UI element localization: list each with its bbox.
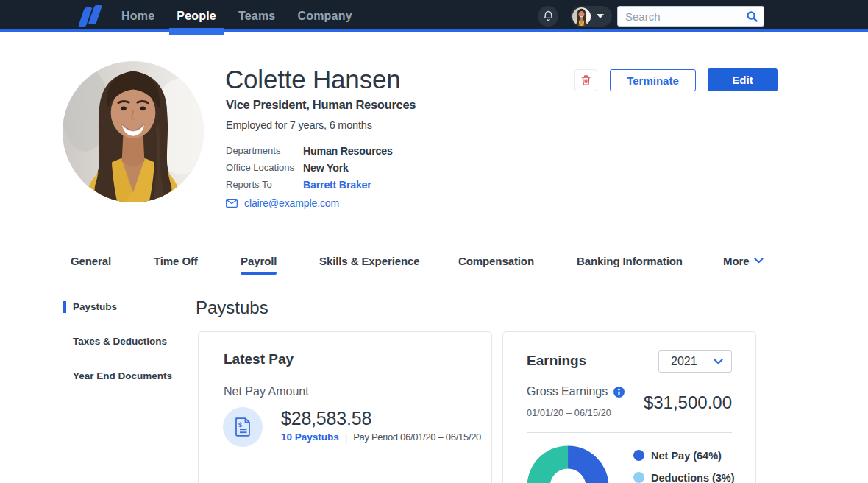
employee-title: Vice President, Human Resources	[226, 98, 416, 112]
paystub-document-icon: $	[233, 417, 252, 437]
field-value: Human Resources	[303, 145, 393, 157]
profile-photo	[63, 61, 204, 202]
trash-icon	[580, 74, 591, 86]
bell-icon	[543, 10, 554, 22]
nav-item-people[interactable]: People	[177, 0, 216, 32]
search-input[interactable]	[618, 10, 746, 23]
earnings-title: Earnings	[527, 353, 586, 369]
field-departments: Departments Human Resources	[226, 142, 393, 159]
reports-to-link[interactable]: Barrett Braker	[303, 179, 371, 191]
gross-earnings-row: Gross Earnings	[527, 385, 625, 398]
chevron-down-icon	[714, 359, 723, 364]
earnings-card: Earnings 2021 Gross Earnings 01/01/20 – …	[502, 331, 756, 483]
legend-dot-deductions	[633, 472, 644, 483]
latest-pay-meta: 10 Paystubs | Pay Period 06/01/20 – 06/1…	[281, 431, 481, 443]
field-value: New York	[303, 162, 349, 174]
search-icon[interactable]	[746, 10, 758, 23]
field-office-locations: Office Locations New York	[226, 159, 393, 176]
chevron-down-icon	[754, 258, 764, 264]
user-avatar	[572, 7, 591, 26]
svg-text:$: $	[238, 421, 242, 429]
net-pay-amount: $28,583.58	[281, 408, 371, 429]
subnav-paystubs[interactable]: Paystubs	[63, 302, 202, 312]
tab-skills-experience[interactable]: Skills & Experience	[319, 248, 420, 278]
tab-more[interactable]: More	[723, 248, 764, 278]
latest-pay-card: Latest Pay Net Pay Amount $ $28,583.58 1…	[198, 331, 492, 483]
subnav-taxes-deductions[interactable]: Taxes & Deductions	[63, 336, 202, 347]
nav-item-home[interactable]: Home	[121, 0, 154, 32]
global-search	[617, 6, 764, 27]
latest-pay-title: Latest Pay	[224, 351, 294, 367]
legend-dot-net-pay	[633, 450, 644, 461]
envelope-icon	[226, 199, 238, 208]
user-menu[interactable]	[571, 6, 612, 27]
page-title: Paystubs	[196, 297, 268, 318]
tab-general[interactable]: General	[71, 248, 111, 278]
paystub-icon-circle: $	[223, 407, 263, 447]
divider	[527, 432, 732, 433]
legend-label: Deductions (3%)	[651, 472, 735, 483]
tab-more-label: More	[723, 255, 749, 267]
profile-tabs: General Time Off Payroll Skills & Experi…	[0, 248, 868, 278]
email-text: claire@example.com	[244, 197, 339, 209]
legend-net-pay: Net Pay (64%)	[633, 450, 735, 461]
payroll-subnav: Paystubs Taxes & Deductions Year End Doc…	[63, 302, 202, 406]
delete-button[interactable]	[574, 69, 597, 91]
page: Home People Teams Company	[0, 0, 868, 483]
field-label: Departments	[226, 145, 303, 156]
field-label: Office Locations	[226, 162, 303, 173]
employee-tenure: Employed for 7 years, 6 months	[226, 119, 372, 131]
field-reports-to: Reports To Barrett Braker	[226, 176, 393, 193]
year-select[interactable]: 2021	[658, 350, 732, 373]
info-icon[interactable]	[613, 387, 625, 398]
net-pay-amount-label: Net Pay Amount	[224, 385, 309, 398]
employee-name: Colette Hansen	[225, 65, 400, 94]
employee-fields: Departments Human Resources Office Locat…	[226, 142, 393, 193]
paystubs-count-link[interactable]: 10 Paystubs	[281, 431, 339, 443]
notifications-button[interactable]	[538, 6, 558, 27]
field-label: Reports To	[226, 179, 303, 190]
main-nav: Home People Teams Company	[121, 0, 352, 32]
tab-time-off[interactable]: Time Off	[154, 248, 198, 278]
caret-down-icon	[597, 14, 604, 18]
subnav-year-end-documents[interactable]: Year End Documents	[63, 371, 202, 381]
divider	[224, 465, 466, 465]
pay-period-text: Pay Period 06/01/20 – 06/15/20	[353, 431, 481, 443]
separator: |	[345, 431, 347, 443]
nav-item-teams[interactable]: Teams	[238, 0, 276, 32]
gross-earnings-label: Gross Earnings	[527, 385, 608, 398]
tab-banking-information[interactable]: Banking Information	[577, 248, 683, 278]
legend-label: Net Pay (64%)	[651, 450, 722, 462]
tab-compensation[interactable]: Compensation	[458, 248, 534, 278]
earnings-legend: Net Pay (64%) Deductions (3%)	[633, 450, 735, 483]
employee-email[interactable]: claire@example.com	[226, 197, 339, 209]
earnings-date-range: 01/01/20 – 06/15/20	[527, 408, 611, 418]
edit-button[interactable]: Edit	[708, 68, 778, 91]
legend-deductions: Deductions (3%)	[633, 472, 735, 483]
gross-earnings-amount: $31,500.00	[644, 392, 732, 413]
tab-payroll[interactable]: Payroll	[241, 248, 277, 278]
year-select-value: 2021	[671, 355, 714, 368]
nav-item-company[interactable]: Company	[297, 0, 352, 32]
top-navbar: Home People Teams Company	[0, 0, 868, 32]
earnings-donut-chart	[527, 445, 609, 483]
terminate-button[interactable]: Terminate	[610, 69, 696, 91]
brand-logo-icon[interactable]	[77, 4, 106, 28]
